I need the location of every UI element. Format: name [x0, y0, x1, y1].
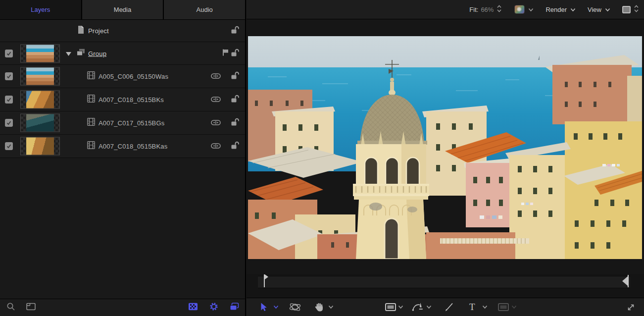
canvas-toolbar: Fit: 66% Render View: [247, 0, 644, 19]
view-menu[interactable]: View: [588, 6, 601, 13]
tab-audio[interactable]: Audio: [164, 0, 245, 19]
panel-tabs: Layers Media Audio: [0, 0, 245, 20]
group-label: Group: [88, 50, 106, 57]
pan-tool-chevron-icon[interactable]: [328, 298, 334, 316]
canvas-viewport[interactable]: [247, 19, 644, 274]
color-channel-swatch[interactable]: [514, 5, 525, 14]
layers-panel: Layers Media Audio Project: [0, 0, 246, 316]
expand-resize-icon[interactable]: [627, 298, 635, 316]
project-label: Project: [88, 27, 109, 35]
text-tool-icon[interactable]: T: [469, 298, 475, 316]
link-icon[interactable]: [211, 95, 221, 104]
layer-name: A007_C018_0515BKas: [99, 143, 168, 150]
layer-checkbox[interactable]: [5, 96, 13, 104]
chevron-down-icon[interactable]: [605, 5, 610, 14]
filmstrip-icon: [87, 71, 95, 81]
search-icon[interactable]: [6, 302, 15, 313]
select-tool-chevron-icon[interactable]: [273, 298, 279, 316]
layer-row[interactable]: A007_C018_0515BKas: [0, 135, 245, 158]
display-stepper-icon[interactable]: [634, 5, 639, 14]
tab-media[interactable]: Media: [82, 0, 164, 19]
layer-thumbnail[interactable]: [20, 114, 60, 132]
mini-timeline[interactable]: [247, 274, 644, 298]
unlock-icon[interactable]: [231, 71, 239, 82]
chevron-down-icon[interactable]: [528, 5, 534, 14]
zoom-stepper-icon[interactable]: [497, 5, 501, 14]
rectangle-tool-icon[interactable]: [385, 298, 396, 316]
bezier-tool-chevron-icon[interactable]: [426, 298, 432, 316]
paint-stroke-tool-icon[interactable]: [445, 298, 453, 316]
chevron-down-icon[interactable]: [570, 5, 576, 14]
link-icon[interactable]: [211, 118, 221, 127]
transform-3d-tool-icon[interactable]: [289, 298, 301, 316]
group-icon: [77, 49, 85, 58]
timeline-end-marker[interactable]: [622, 275, 629, 287]
select-tool-icon[interactable]: [260, 298, 267, 316]
unlock-icon[interactable]: [231, 95, 239, 105]
zoom-value[interactable]: 66%: [481, 6, 494, 13]
flag-icon[interactable]: [222, 49, 229, 58]
group-row[interactable]: Group: [0, 42, 245, 65]
text-tool-chevron-icon[interactable]: [482, 298, 488, 316]
layer-name: A007_C018_0515BKs: [99, 96, 164, 104]
project-row[interactable]: Project: [0, 20, 245, 42]
shape-tool-chevron-disabled-icon: [511, 298, 517, 316]
tab-layers[interactable]: Layers: [0, 0, 82, 19]
rectangle-tool-chevron-icon[interactable]: [398, 298, 403, 316]
layer-thumbnail[interactable]: [20, 67, 60, 86]
layer-thumbnail[interactable]: [20, 91, 60, 109]
layer-name: A005_C006_05150Was: [99, 73, 168, 80]
motion-window: Layers Media Audio Project: [0, 0, 644, 316]
fit-label: Fit:: [469, 6, 478, 13]
layer-row[interactable]: A005_C006_05150Was: [0, 65, 245, 88]
pan-tool-icon[interactable]: [314, 298, 324, 316]
filmstrip-icon: [87, 95, 95, 105]
layers-stack-icon[interactable]: [230, 303, 239, 313]
layer-checkbox[interactable]: [5, 119, 13, 127]
layer-checkbox[interactable]: [5, 142, 13, 150]
layer-list: Project Group: [0, 20, 245, 158]
unlock-icon[interactable]: [231, 26, 239, 36]
layer-checkbox[interactable]: [5, 72, 13, 80]
unlock-icon[interactable]: [231, 48, 239, 58]
link-icon[interactable]: [211, 72, 221, 81]
canvas-image: [248, 36, 642, 259]
gear-icon[interactable]: [209, 302, 218, 313]
thumbnail-display-icon[interactable]: [26, 303, 36, 313]
filmstrip-icon: [87, 141, 95, 151]
canvas-pane: Fit: 66% Render View: [247, 0, 644, 316]
timeline-track[interactable]: [258, 276, 630, 288]
document-icon: [77, 26, 84, 36]
bezier-tool-icon[interactable]: [412, 298, 425, 316]
unlock-icon[interactable]: [231, 141, 239, 152]
sidebar-footer: [0, 299, 245, 316]
shape-tool-disabled-icon: [498, 298, 509, 316]
link-icon[interactable]: [211, 142, 221, 151]
group-thumbnail[interactable]: [20, 44, 60, 62]
layer-row[interactable]: A007_C017_0515BGs: [0, 111, 245, 135]
group-checkbox[interactable]: [5, 50, 13, 57]
playhead-marker[interactable]: [263, 274, 269, 288]
render-menu[interactable]: Render: [545, 6, 567, 13]
canvas-tools-bar: T: [247, 298, 644, 316]
unlock-icon[interactable]: [231, 118, 239, 128]
disclosure-triangle-icon[interactable]: [66, 49, 71, 58]
filmstrip-icon: [87, 118, 95, 128]
layer-row[interactable]: A007_C018_0515BKs: [0, 88, 245, 111]
layer-name: A007_C017_0515BGs: [99, 119, 165, 127]
transparency-checkerboard-icon[interactable]: [189, 303, 198, 313]
layer-thumbnail[interactable]: [20, 137, 60, 156]
display-option-swatch[interactable]: [622, 6, 631, 13]
